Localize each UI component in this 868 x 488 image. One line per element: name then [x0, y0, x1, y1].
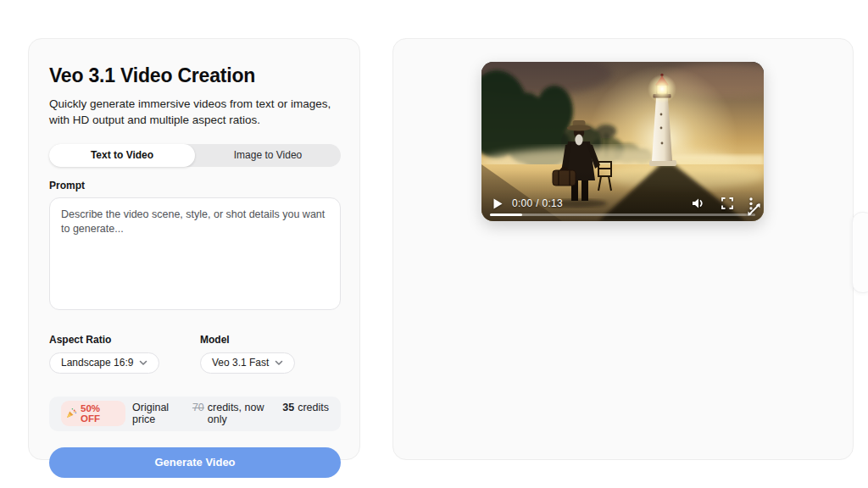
options-row: Aspect Ratio Landscape 16:9 Model Veo 3.… [49, 334, 339, 374]
page: Veo 3.1 Video Creation Quickly generate … [0, 0, 868, 488]
video-controls: 0:00 / 0:13 [492, 197, 753, 210]
promo-text: Original price 70 credits, now only 35 c… [132, 402, 329, 425]
promo-banner: 50% OFF Original price 70 credits, now o… [49, 396, 341, 431]
preview-panel: 0:00 / 0:13 [392, 38, 854, 460]
promo-text-before: Original price [132, 402, 189, 425]
generate-video-button[interactable]: Generate Video [49, 447, 341, 478]
page-title: Veo 3.1 Video Creation [49, 64, 339, 87]
page-subtitle: Quickly generate immersive videos from t… [49, 96, 344, 129]
resize-icon[interactable] [747, 202, 761, 220]
time-display: 0:00 / 0:13 [512, 197, 563, 209]
tab-text-to-video[interactable]: Text to Video [49, 144, 195, 167]
aspect-ratio-select[interactable]: Landscape 16:9 [49, 352, 159, 374]
model-label: Model [200, 334, 339, 346]
discounted-price: 35 [282, 402, 294, 413]
tab-label: Text to Video [91, 149, 153, 161]
play-icon[interactable] [492, 198, 503, 209]
discount-badge-text: 50% OFF [81, 403, 119, 424]
original-price: 70 [192, 402, 204, 413]
side-drawer-handle[interactable] [852, 212, 868, 293]
video-player[interactable]: 0:00 / 0:13 [481, 62, 764, 221]
discount-badge: 50% OFF [61, 401, 125, 426]
video-progress-fill [490, 214, 522, 216]
fullscreen-icon[interactable] [721, 197, 733, 209]
aspect-ratio-label: Aspect Ratio [49, 334, 200, 346]
party-popper-icon [66, 408, 77, 420]
model-value: Veo 3.1 Fast [212, 357, 269, 369]
chevron-down-icon [275, 360, 283, 366]
aspect-ratio-value: Landscape 16:9 [61, 357, 133, 369]
model-select[interactable]: Veo 3.1 Fast [200, 352, 295, 374]
tab-label: Image to Video [234, 149, 303, 161]
promo-text-after: credits [298, 402, 329, 413]
mode-toggle: Text to Video Image to Video [49, 144, 341, 167]
prompt-label: Prompt [49, 180, 339, 191]
creation-panel: Veo 3.1 Video Creation Quickly generate … [28, 38, 360, 460]
chevron-down-icon [139, 360, 147, 366]
prompt-input[interactable] [49, 197, 341, 310]
volume-icon[interactable] [692, 197, 705, 209]
tab-image-to-video[interactable]: Image to Video [195, 144, 341, 167]
video-progress-bar[interactable] [490, 214, 755, 216]
promo-text-middle: credits, now only [208, 402, 279, 425]
